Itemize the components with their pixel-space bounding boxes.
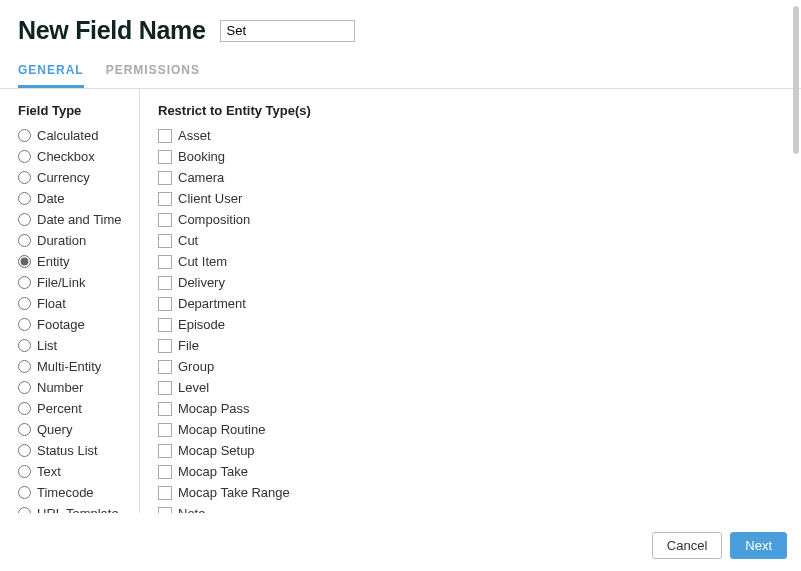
field-type-option[interactable]: File/Link <box>18 275 131 290</box>
field-type-radio[interactable] <box>18 486 31 499</box>
field-type-option-label: Percent <box>37 401 82 416</box>
restrict-option[interactable]: Delivery <box>158 275 783 290</box>
restrict-checkbox[interactable] <box>158 486 172 500</box>
field-type-option[interactable]: Query <box>18 422 131 437</box>
restrict-option[interactable]: Episode <box>158 317 783 332</box>
restrict-checkbox[interactable] <box>158 465 172 479</box>
field-type-radio[interactable] <box>18 318 31 331</box>
field-type-option[interactable]: Date <box>18 191 131 206</box>
restrict-checkbox[interactable] <box>158 192 172 206</box>
restrict-column: Restrict to Entity Type(s) AssetBookingC… <box>140 89 801 513</box>
field-type-radio[interactable] <box>18 423 31 436</box>
restrict-checkbox[interactable] <box>158 339 172 353</box>
cancel-button[interactable]: Cancel <box>652 532 722 559</box>
field-type-option[interactable]: Percent <box>18 401 131 416</box>
field-type-option[interactable]: Timecode <box>18 485 131 500</box>
restrict-option-label: Mocap Pass <box>178 401 250 416</box>
field-type-option-label: Date <box>37 191 64 206</box>
restrict-option[interactable]: Mocap Take <box>158 464 783 479</box>
field-type-option[interactable]: Status List <box>18 443 131 458</box>
restrict-option-label: Booking <box>178 149 225 164</box>
field-type-option[interactable]: Currency <box>18 170 131 185</box>
field-type-radio[interactable] <box>18 129 31 142</box>
field-type-radio[interactable] <box>18 507 31 513</box>
restrict-checkbox[interactable] <box>158 402 172 416</box>
restrict-option-label: Cut Item <box>178 254 227 269</box>
restrict-option[interactable]: Group <box>158 359 783 374</box>
field-type-radio[interactable] <box>18 360 31 373</box>
field-type-radio[interactable] <box>18 234 31 247</box>
restrict-checkbox[interactable] <box>158 423 172 437</box>
field-type-radio[interactable] <box>18 297 31 310</box>
restrict-option-label: Mocap Setup <box>178 443 255 458</box>
field-type-radio[interactable] <box>18 192 31 205</box>
restrict-option[interactable]: Composition <box>158 212 783 227</box>
field-type-radio[interactable] <box>18 465 31 478</box>
field-type-radio[interactable] <box>18 381 31 394</box>
field-type-option[interactable]: List <box>18 338 131 353</box>
restrict-option[interactable]: Note <box>158 506 783 513</box>
tab-general[interactable]: GENERAL <box>18 53 84 88</box>
dialog-footer: Cancel Next <box>0 522 801 571</box>
field-type-option[interactable]: Duration <box>18 233 131 248</box>
restrict-checkbox[interactable] <box>158 360 172 374</box>
restrict-checkbox[interactable] <box>158 276 172 290</box>
restrict-option[interactable]: Mocap Routine <box>158 422 783 437</box>
field-type-option[interactable]: URL Template <box>18 506 131 513</box>
field-type-option[interactable]: Number <box>18 380 131 395</box>
restrict-option[interactable]: Mocap Setup <box>158 443 783 458</box>
restrict-option[interactable]: Mocap Pass <box>158 401 783 416</box>
field-type-option[interactable]: Multi-Entity <box>18 359 131 374</box>
restrict-option[interactable]: Cut <box>158 233 783 248</box>
restrict-option[interactable]: Client User <box>158 191 783 206</box>
restrict-checkbox[interactable] <box>158 297 172 311</box>
restrict-option[interactable]: File <box>158 338 783 353</box>
field-type-radio[interactable] <box>18 276 31 289</box>
field-type-radio[interactable] <box>18 339 31 352</box>
scrollbar-thumb[interactable] <box>793 6 799 154</box>
field-type-option[interactable]: Calculated <box>18 128 131 143</box>
restrict-option[interactable]: Cut Item <box>158 254 783 269</box>
field-type-option-label: Entity <box>37 254 70 269</box>
field-type-option[interactable]: Checkbox <box>18 149 131 164</box>
field-name-input[interactable] <box>220 20 355 42</box>
restrict-option[interactable]: Level <box>158 380 783 395</box>
field-type-option-label: URL Template <box>37 506 119 513</box>
field-type-option[interactable]: Footage <box>18 317 131 332</box>
field-type-radio[interactable] <box>18 150 31 163</box>
field-type-option[interactable]: Text <box>18 464 131 479</box>
restrict-option-label: Asset <box>178 128 211 143</box>
field-type-radio[interactable] <box>18 255 31 268</box>
field-type-option[interactable]: Date and Time <box>18 212 131 227</box>
field-type-radio[interactable] <box>18 444 31 457</box>
field-type-option-label: File/Link <box>37 275 85 290</box>
restrict-option[interactable]: Department <box>158 296 783 311</box>
tab-permissions[interactable]: PERMISSIONS <box>106 53 200 88</box>
restrict-checkbox[interactable] <box>158 171 172 185</box>
restrict-checkbox[interactable] <box>158 318 172 332</box>
field-type-option-label: Query <box>37 422 72 437</box>
field-type-option-label: Date and Time <box>37 212 122 227</box>
restrict-checkbox[interactable] <box>158 255 172 269</box>
field-type-radio[interactable] <box>18 171 31 184</box>
restrict-option[interactable]: Mocap Take Range <box>158 485 783 500</box>
restrict-checkbox[interactable] <box>158 381 172 395</box>
next-button[interactable]: Next <box>730 532 787 559</box>
dialog-header: New Field Name <box>0 0 801 53</box>
restrict-option[interactable]: Asset <box>158 128 783 143</box>
field-type-option[interactable]: Float <box>18 296 131 311</box>
restrict-checkbox[interactable] <box>158 150 172 164</box>
restrict-option[interactable]: Booking <box>158 149 783 164</box>
restrict-option-label: Cut <box>178 233 198 248</box>
field-type-option-label: Checkbox <box>37 149 95 164</box>
field-type-option[interactable]: Entity <box>18 254 131 269</box>
restrict-checkbox[interactable] <box>158 213 172 227</box>
restrict-checkbox[interactable] <box>158 444 172 458</box>
restrict-option[interactable]: Camera <box>158 170 783 185</box>
restrict-checkbox[interactable] <box>158 129 172 143</box>
field-type-radio[interactable] <box>18 213 31 226</box>
restrict-option-label: Episode <box>178 317 225 332</box>
restrict-checkbox[interactable] <box>158 234 172 248</box>
field-type-radio[interactable] <box>18 402 31 415</box>
restrict-checkbox[interactable] <box>158 507 172 514</box>
